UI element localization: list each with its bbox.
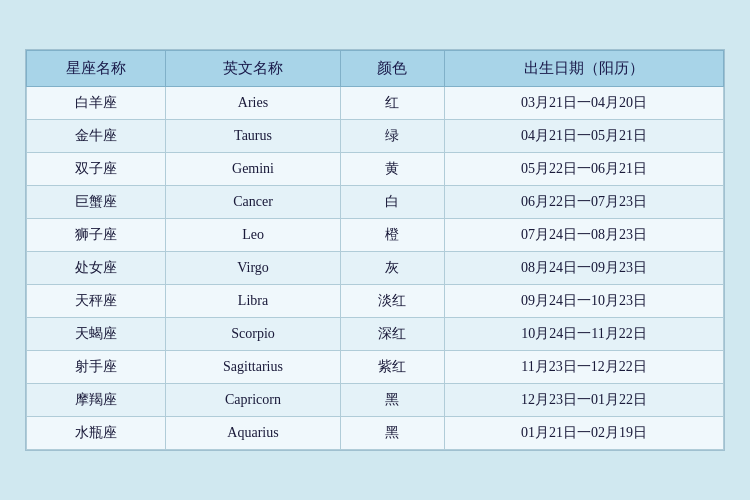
cell-date: 01月21日一02月19日	[445, 417, 724, 450]
table-row: 天蝎座Scorpio深红10月24日一11月22日	[27, 318, 724, 351]
cell-date: 07月24日一08月23日	[445, 219, 724, 252]
header-date: 出生日期（阳历）	[445, 51, 724, 87]
table-row: 狮子座Leo橙07月24日一08月23日	[27, 219, 724, 252]
zodiac-table: 星座名称 英文名称 颜色 出生日期（阳历） 白羊座Aries红03月21日一04…	[25, 49, 725, 451]
cell-color: 淡红	[340, 285, 445, 318]
cell-cn-name: 水瓶座	[27, 417, 166, 450]
cell-color: 白	[340, 186, 445, 219]
cell-cn-name: 处女座	[27, 252, 166, 285]
cell-cn-name: 白羊座	[27, 87, 166, 120]
cell-cn-name: 金牛座	[27, 120, 166, 153]
cell-en-name: Aries	[166, 87, 340, 120]
cell-date: 05月22日一06月21日	[445, 153, 724, 186]
cell-en-name: Cancer	[166, 186, 340, 219]
cell-color: 紫红	[340, 351, 445, 384]
cell-date: 08月24日一09月23日	[445, 252, 724, 285]
table-row: 双子座Gemini黄05月22日一06月21日	[27, 153, 724, 186]
cell-en-name: Leo	[166, 219, 340, 252]
cell-color: 深红	[340, 318, 445, 351]
cell-color: 黑	[340, 384, 445, 417]
cell-en-name: Scorpio	[166, 318, 340, 351]
table-row: 金牛座Taurus绿04月21日一05月21日	[27, 120, 724, 153]
cell-cn-name: 双子座	[27, 153, 166, 186]
cell-cn-name: 射手座	[27, 351, 166, 384]
cell-color: 绿	[340, 120, 445, 153]
cell-cn-name: 狮子座	[27, 219, 166, 252]
table-row: 天秤座Libra淡红09月24日一10月23日	[27, 285, 724, 318]
cell-date: 10月24日一11月22日	[445, 318, 724, 351]
cell-en-name: Aquarius	[166, 417, 340, 450]
cell-en-name: Capricorn	[166, 384, 340, 417]
table-row: 射手座Sagittarius紫红11月23日一12月22日	[27, 351, 724, 384]
cell-en-name: Taurus	[166, 120, 340, 153]
header-en-name: 英文名称	[166, 51, 340, 87]
table-header-row: 星座名称 英文名称 颜色 出生日期（阳历）	[27, 51, 724, 87]
header-cn-name: 星座名称	[27, 51, 166, 87]
table-row: 摩羯座Capricorn黑12月23日一01月22日	[27, 384, 724, 417]
cell-cn-name: 巨蟹座	[27, 186, 166, 219]
cell-cn-name: 天秤座	[27, 285, 166, 318]
table-row: 水瓶座Aquarius黑01月21日一02月19日	[27, 417, 724, 450]
table-row: 处女座Virgo灰08月24日一09月23日	[27, 252, 724, 285]
cell-en-name: Gemini	[166, 153, 340, 186]
cell-date: 09月24日一10月23日	[445, 285, 724, 318]
cell-color: 红	[340, 87, 445, 120]
cell-cn-name: 天蝎座	[27, 318, 166, 351]
table-row: 巨蟹座Cancer白06月22日一07月23日	[27, 186, 724, 219]
cell-date: 11月23日一12月22日	[445, 351, 724, 384]
cell-color: 黄	[340, 153, 445, 186]
cell-color: 灰	[340, 252, 445, 285]
cell-date: 12月23日一01月22日	[445, 384, 724, 417]
cell-en-name: Sagittarius	[166, 351, 340, 384]
cell-color: 橙	[340, 219, 445, 252]
cell-date: 04月21日一05月21日	[445, 120, 724, 153]
table-row: 白羊座Aries红03月21日一04月20日	[27, 87, 724, 120]
cell-date: 03月21日一04月20日	[445, 87, 724, 120]
cell-en-name: Libra	[166, 285, 340, 318]
cell-date: 06月22日一07月23日	[445, 186, 724, 219]
cell-color: 黑	[340, 417, 445, 450]
cell-cn-name: 摩羯座	[27, 384, 166, 417]
header-color: 颜色	[340, 51, 445, 87]
cell-en-name: Virgo	[166, 252, 340, 285]
